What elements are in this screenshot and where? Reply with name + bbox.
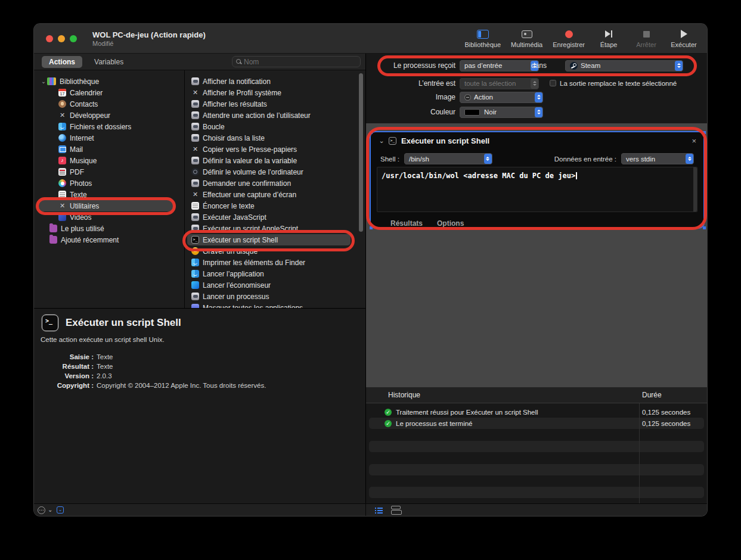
history-header: Historique Durée: [366, 387, 707, 403]
close-window-button[interactable]: [46, 35, 53, 42]
action-item[interactable]: Définir la valeur de la variable: [185, 155, 365, 166]
action-item-executer-un-script-shell[interactable]: Exécuter un script Shell: [187, 234, 351, 245]
output-replaces-checkbox[interactable]: [550, 80, 556, 86]
terminal-icon: [191, 236, 199, 244]
action-item[interactable]: Afficher la notification: [185, 76, 365, 87]
application-select[interactable]: Steam: [565, 60, 683, 71]
action-item[interactable]: Boucle: [185, 121, 365, 132]
sidebar-item-ajoute-recemment[interactable]: Ajouté récemment: [34, 234, 184, 245]
action-item[interactable]: Attendre une action de l’utilisateur: [185, 110, 365, 121]
config-row-input: L’entrée est toute la sélection La sorti…: [366, 77, 707, 89]
disclosure-triangle-icon[interactable]: ⌄: [40, 78, 47, 85]
record-icon: [565, 30, 573, 38]
zoom-window-button[interactable]: [70, 35, 77, 42]
action-item[interactable]: Lancer l’économiseur: [185, 279, 365, 291]
run-toolbar-button[interactable]: Exécuter: [670, 29, 697, 48]
action-item[interactable]: Choisir dans la liste: [185, 132, 365, 144]
table-row: [369, 487, 704, 498]
chevron-down-icon[interactable]: ⌄: [48, 506, 52, 513]
action-item[interactable]: Demander une confirmation: [185, 178, 365, 189]
utilities-x-icon: [58, 111, 66, 119]
library-toolbar-button[interactable]: Bibliothèque: [464, 29, 501, 48]
stepper-icon: [484, 154, 492, 164]
sidebar-item-calendrier[interactable]: Calendrier: [34, 87, 184, 98]
minimize-window-button[interactable]: [58, 35, 65, 42]
description-fields: Saisie :Texte Résultat :Texte Version :2…: [34, 352, 365, 390]
panels-view-icon[interactable]: [391, 506, 401, 509]
disclosure-triangle-icon[interactable]: ⌄: [378, 137, 385, 145]
close-icon[interactable]: ×: [692, 136, 696, 145]
step-toolbar-button[interactable]: Étape: [595, 29, 622, 48]
sidebar-item-mail[interactable]: Mail: [34, 144, 184, 155]
action-item[interactable]: Énoncer le texte: [185, 200, 365, 211]
sidebar-item-pdf[interactable]: PDF: [34, 166, 184, 178]
sidebar-item-contacts[interactable]: Contacts: [34, 98, 184, 110]
record-toolbar-button[interactable]: Enregistrer: [553, 29, 585, 48]
sidebar-item-le-plus-utilise[interactable]: Le plus utilisé: [34, 223, 184, 234]
selection-handle[interactable]: [703, 131, 706, 134]
ellipsis-menu-icon[interactable]: ⋯: [38, 506, 45, 514]
sidebar-item-photos[interactable]: Photos: [34, 178, 184, 189]
action-item[interactable]: Exécuter JavaScript: [185, 211, 365, 223]
stdin-label: Données en entrée :: [554, 155, 616, 163]
sidebar-item-texte[interactable]: Texte: [34, 189, 184, 200]
action-item[interactable]: Lancer l’application: [185, 268, 365, 279]
action-item[interactable]: Afficher les résultats: [185, 98, 365, 110]
selection-handle[interactable]: [703, 226, 706, 229]
workflow-canvas: ⌄ Exécuter un script Shell × Shell : /bi…: [366, 123, 707, 387]
history-row[interactable]: ✓ Le processus est terminé 0,125 seconde…: [366, 418, 707, 429]
search-field[interactable]: [232, 56, 361, 67]
duration-column-header[interactable]: Durée: [642, 391, 662, 399]
sidebar-item-internet[interactable]: Internet: [34, 132, 184, 144]
sidebar-item-fichiers-et-dossiers[interactable]: Fichiers et dossiers: [34, 121, 184, 132]
search-icon: [236, 59, 241, 64]
collapse-actions-icon[interactable]: ⌄: [57, 506, 64, 514]
sidebar-item-videos[interactable]: Vidéos: [34, 211, 184, 223]
action-item[interactable]: Effectuer une capture d’écran: [185, 189, 365, 200]
automator-robot-icon: [191, 293, 199, 300]
sidebar-item-bibliotheque[interactable]: ⌄ Bibliothèque: [34, 76, 184, 87]
finder-icon: [58, 123, 66, 130]
shell-select[interactable]: /bin/sh: [404, 153, 492, 164]
options-button[interactable]: Options: [437, 219, 464, 228]
actions-list-scrollbar[interactable]: [359, 73, 363, 232]
tab-actions[interactable]: Actions: [42, 56, 82, 68]
action-item[interactable]: Copier vers le Presse-papiers: [185, 144, 365, 155]
photos-icon: [58, 179, 66, 187]
window-title-block: WOL PC-de-jeu (Action rapide) Modifié: [92, 30, 206, 47]
output-replaces-label: La sortie remplace le texte sélectionné: [560, 80, 677, 87]
script-scrollbar[interactable]: [693, 167, 697, 211]
list-view-icon[interactable]: [375, 507, 383, 514]
color-select[interactable]: Noir: [460, 107, 543, 118]
toolbar: Bibliothèque Multimédia Enregistrer Étap…: [464, 29, 697, 48]
action-item[interactable]: Exécuter un script AppleScript: [185, 223, 365, 234]
selection-handle[interactable]: [370, 131, 373, 134]
text-icon: [58, 191, 66, 198]
shell-script-action-card[interactable]: ⌄ Exécuter un script Shell × Shell : /bi…: [371, 132, 703, 228]
run-icon: [681, 30, 687, 38]
in-label: dans: [463, 61, 547, 70]
history-row[interactable]: ✓ Traitement réussi pour Exécuter un scr…: [366, 406, 707, 418]
action-item[interactable]: Graver un disque: [185, 245, 365, 257]
stdin-select[interactable]: vers stdin: [621, 153, 694, 164]
action-item[interactable]: Lancer un processus: [185, 291, 365, 302]
image-label: Image: [366, 93, 455, 101]
sidebar-item-utilitaires[interactable]: Utilitaires: [38, 200, 173, 211]
results-button[interactable]: Résultats: [390, 219, 423, 228]
action-item[interactable]: Afficher le Profil système: [185, 87, 365, 98]
tab-variables[interactable]: Variables: [87, 56, 131, 68]
action-item[interactable]: Imprimer les éléments du Finder: [185, 257, 365, 268]
selection-handle[interactable]: [370, 226, 373, 229]
image-select[interactable]: Action: [460, 92, 543, 103]
sidebar-item-developpeur[interactable]: Développeur: [34, 110, 184, 121]
automator-robot-icon: [191, 213, 199, 221]
history-column-header[interactable]: Historique: [388, 391, 420, 399]
search-input[interactable]: [244, 58, 356, 66]
action-item[interactable]: Définir le volume de l’ordinateur: [185, 166, 365, 178]
input-label: L’entrée est: [366, 79, 455, 88]
media-toolbar-button[interactable]: Multimédia: [511, 29, 542, 48]
sidebar-item-musique[interactable]: Musique: [34, 155, 184, 166]
config-row-color: Couleur Noir: [366, 106, 707, 118]
globe-icon: [58, 134, 66, 142]
shell-script-editor[interactable]: /usr/local/bin/wol <adresse MAC du PC de…: [377, 167, 697, 212]
